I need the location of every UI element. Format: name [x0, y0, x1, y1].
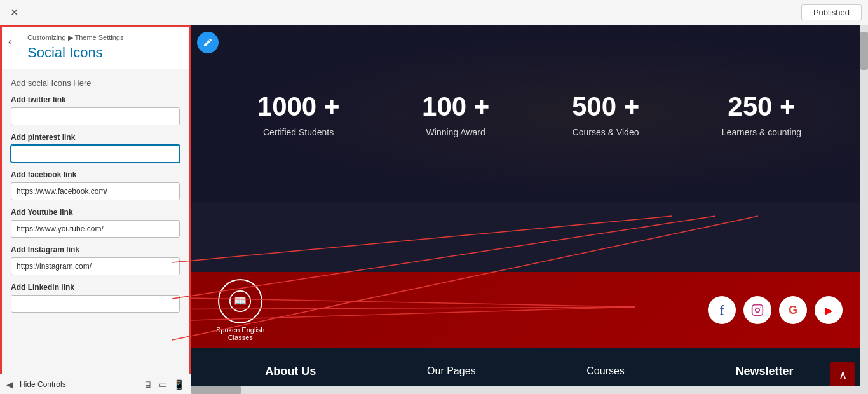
- field-label-2: Add facebook link: [11, 170, 180, 179]
- footer-logo-icon: 📖: [218, 279, 262, 323]
- tablet-icon[interactable]: ▭: [159, 379, 167, 390]
- preview-area: 1000 +Certified Students100 +Winning Awa…: [191, 25, 868, 394]
- stat-label-0: Certified Students: [257, 127, 340, 137]
- field-0: Add twitter link: [11, 95, 180, 125]
- back-button[interactable]: ‹: [8, 36, 11, 48]
- instagram-icon[interactable]: [743, 296, 771, 324]
- stat-label-3: Learners & counting: [722, 127, 801, 137]
- stat-number-3: 250 +: [722, 92, 801, 122]
- field-input-5[interactable]: [11, 295, 180, 313]
- facebook-icon[interactable]: f: [708, 296, 736, 324]
- main-scrollbar-thumb: [860, 32, 868, 70]
- bottom-controls: ◀ Hide Controls 🖥 ▭ 📱: [0, 374, 191, 394]
- panel-header: ‹ Customizing ▶ Theme Settings Social Ic…: [2, 27, 189, 69]
- footer-about: About Us: [265, 365, 316, 378]
- field-label-0: Add twitter link: [11, 95, 180, 104]
- stat-item-3: 250 +Learners & counting: [722, 92, 801, 137]
- field-label-5: Add Linkedin link: [11, 283, 180, 292]
- svg-rect-2: [752, 305, 763, 316]
- stat-item-1: 100 +Winning Award: [422, 92, 489, 137]
- stat-number-1: 100 +: [422, 92, 489, 122]
- svg-point-4: [760, 307, 761, 308]
- breadcrumb: Customizing ▶ Theme Settings: [27, 34, 181, 42]
- field-label-4: Add Instagram link: [11, 245, 180, 254]
- stats-items: 1000 +Certified Students100 +Winning Awa…: [191, 79, 868, 150]
- field-input-0[interactable]: [11, 107, 180, 125]
- footer-logo-text: Spoken EnglishClasses: [216, 326, 264, 341]
- close-button[interactable]: ✕: [6, 5, 22, 20]
- field-1: Add pinterest link: [11, 133, 180, 163]
- published-button[interactable]: Published: [801, 4, 862, 20]
- footer-pages: Our Pages: [427, 365, 475, 377]
- fields-container: Add twitter linkAdd pinterest linkAdd fa…: [11, 95, 180, 313]
- section-title: Add social Icons Here: [11, 78, 180, 88]
- breadcrumb-theme[interactable]: Theme Settings: [74, 34, 123, 41]
- bottom-scrollbar[interactable]: [191, 386, 860, 394]
- svg-text:📖: 📖: [234, 294, 247, 308]
- footer-logo: 📖 Spoken EnglishClasses: [216, 279, 264, 341]
- field-label-3: Add Youtube link: [11, 208, 180, 217]
- stat-label-1: Winning Award: [422, 127, 489, 137]
- footer-newsletter: Newsletter: [736, 365, 794, 378]
- left-panel: ‹ Customizing ▶ Theme Settings Social Ic…: [0, 25, 191, 394]
- youtube-icon[interactable]: ▶: [815, 296, 843, 324]
- stats-section: 1000 +Certified Students100 +Winning Awa…: [191, 25, 868, 203]
- footer-red-section: 📖 Spoken EnglishClasses f G ▶: [191, 272, 868, 348]
- edit-pencil-button[interactable]: [197, 32, 219, 53]
- footer-courses: Courses: [587, 365, 625, 377]
- field-4: Add Instagram link: [11, 245, 180, 275]
- desktop-icon[interactable]: 🖥: [144, 379, 153, 390]
- panel-content: Add social Icons Here Add twitter linkAd…: [2, 69, 189, 322]
- stat-item-0: 1000 +Certified Students: [257, 92, 340, 137]
- hide-controls-icon: ◀: [6, 379, 13, 390]
- field-5: Add Linkedin link: [11, 283, 180, 313]
- field-input-4[interactable]: [11, 257, 180, 275]
- field-2: Add facebook link: [11, 170, 180, 200]
- field-3: Add Youtube link: [11, 208, 180, 238]
- breadcrumb-customizing[interactable]: Customizing: [27, 34, 66, 41]
- mobile-icon[interactable]: 📱: [173, 379, 184, 390]
- stat-label-2: Courses & Video: [572, 127, 639, 137]
- field-label-1: Add pinterest link: [11, 133, 180, 142]
- panel-title: Social Icons: [27, 44, 181, 61]
- top-bar: ✕ Published: [0, 0, 868, 25]
- google-icon[interactable]: G: [779, 296, 807, 324]
- scroll-top-button[interactable]: ∧: [830, 362, 855, 388]
- stat-item-2: 500 +Courses & Video: [572, 92, 639, 137]
- field-input-3[interactable]: [11, 220, 180, 238]
- hide-controls-label[interactable]: Hide Controls: [20, 380, 66, 389]
- bottom-scrollbar-thumb: [191, 386, 241, 394]
- social-icons-area: f G ▶: [708, 296, 843, 324]
- stat-number-2: 500 +: [572, 92, 639, 122]
- svg-point-3: [756, 308, 760, 313]
- breadcrumb-sep: ▶: [68, 34, 73, 41]
- field-input-1[interactable]: [11, 145, 180, 163]
- stat-number-0: 1000 +: [257, 92, 340, 122]
- field-input-2[interactable]: [11, 182, 180, 200]
